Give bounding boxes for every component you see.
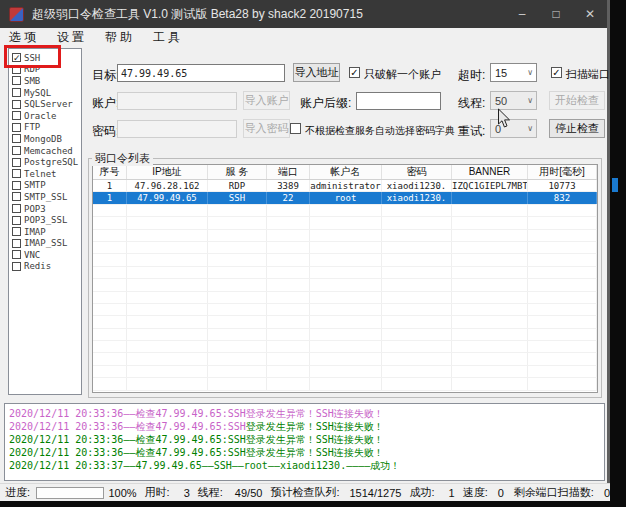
table-cell (127, 217, 208, 228)
column-header-1[interactable]: IP地址 (127, 165, 208, 179)
close-icon[interactable]: ✕ (573, 0, 607, 28)
table-empty-row[interactable] (93, 329, 597, 341)
target-input[interactable] (117, 64, 285, 82)
minimize-icon[interactable]: – (505, 0, 539, 28)
import-address-button[interactable]: 导入地址 (293, 63, 340, 82)
column-header-6[interactable]: BANNER (452, 165, 528, 179)
table-empty-row[interactable] (93, 242, 597, 254)
service-item-postgresql[interactable]: PostgreSQL (9, 156, 81, 168)
scan-port-checkbox[interactable] (551, 67, 562, 78)
table-empty-row[interactable] (93, 316, 597, 328)
service-item-smb[interactable]: SMB (9, 75, 81, 87)
remaining-label: 剩余端口扫描数: (514, 485, 594, 500)
account-suffix-input[interactable] (356, 92, 441, 110)
service-checkbox[interactable] (12, 123, 21, 132)
service-label: VNC (24, 250, 40, 260)
speed-label: 速度: (463, 485, 488, 500)
log-output[interactable]: 2020/12/11 20:33:36——检查47.99.49.65:SSH登录… (4, 403, 605, 481)
table-row[interactable]: 147.96.28.162RDP3389administratorxiaodi1… (93, 180, 597, 192)
table-empty-row[interactable] (93, 304, 597, 316)
column-header-4[interactable]: 帐户名 (310, 165, 382, 179)
table-empty-row[interactable] (93, 378, 597, 390)
account-input[interactable] (117, 92, 237, 110)
table-empty-row[interactable] (93, 353, 597, 365)
service-item-vnc[interactable]: VNC (9, 249, 81, 261)
result-table[interactable]: 序号IP地址服 务端口帐户名密码BANNER用时[毫秒] 147.96.28.1… (92, 164, 598, 393)
column-header-3[interactable]: 端口 (267, 165, 310, 179)
table-cell (267, 279, 310, 290)
table-cell: root (310, 192, 382, 203)
table-cell (127, 230, 208, 241)
service-checkbox[interactable] (12, 158, 21, 167)
only-one-account-checkbox[interactable] (349, 67, 360, 78)
service-item-pop3[interactable]: POP3 (9, 203, 81, 215)
service-checkbox[interactable] (12, 169, 21, 178)
service-checkbox[interactable] (12, 262, 21, 271)
column-header-7[interactable]: 用时[毫秒] (528, 165, 597, 179)
service-checkbox[interactable] (12, 76, 21, 85)
menu-item-2[interactable]: 帮助 (96, 27, 144, 48)
stop-check-button[interactable]: 停止检查 (549, 119, 605, 138)
service-item-imap[interactable]: IMAP (9, 226, 81, 238)
service-item-redis[interactable]: Redis (9, 261, 81, 273)
table-cell (310, 279, 382, 290)
menu-item-3[interactable]: 工具 (144, 27, 192, 48)
service-item-mongodb[interactable]: MongoDB (9, 133, 81, 145)
service-item-imap_ssl[interactable]: IMAP_SSL (9, 238, 81, 250)
service-checkbox[interactable] (12, 216, 21, 225)
column-header-5[interactable]: 密码 (382, 165, 452, 179)
mouse-cursor (497, 108, 512, 129)
service-item-smtp[interactable]: SMTP (9, 180, 81, 192)
service-checkbox[interactable] (12, 204, 21, 213)
service-checkbox[interactable] (12, 239, 21, 248)
table-row[interactable]: 147.99.49.65SSH22rootxiaodi1230.832 (93, 192, 597, 204)
service-list[interactable]: SSHRDPSMBMySQLSQLServerOracleFTPMongoDBM… (8, 48, 82, 395)
table-empty-row[interactable] (93, 267, 597, 279)
success-value: 1 (449, 487, 455, 499)
service-checkbox[interactable] (12, 227, 21, 236)
table-empty-row[interactable] (93, 292, 597, 304)
import-password-button[interactable]: 导入密码 (243, 119, 290, 138)
service-item-ftp[interactable]: FTP (9, 122, 81, 134)
service-checkbox[interactable] (12, 250, 21, 259)
service-item-memcached[interactable]: Memcached (9, 145, 81, 157)
start-check-button[interactable]: 开始检查 (549, 91, 605, 110)
column-header-0[interactable]: 序号 (93, 165, 127, 179)
service-checkbox[interactable] (12, 111, 21, 120)
table-cell: 3389 (267, 180, 310, 191)
table-empty-row[interactable] (93, 341, 597, 353)
service-item-pop3_ssl[interactable]: POP3_SSL (9, 214, 81, 226)
table-cell (382, 353, 452, 364)
service-checkbox[interactable] (12, 100, 21, 109)
service-checkbox[interactable] (12, 181, 21, 190)
service-checkbox[interactable] (12, 88, 21, 97)
password-input[interactable] (117, 120, 237, 138)
table-empty-row[interactable] (93, 205, 597, 217)
service-item-telnet[interactable]: Telnet (9, 168, 81, 180)
table-empty-row[interactable] (93, 279, 597, 291)
table-cell (452, 304, 528, 315)
service-item-smtp_ssl[interactable]: SMTP_SSL (9, 191, 81, 203)
table-empty-row[interactable] (93, 254, 597, 266)
service-checkbox[interactable] (12, 146, 21, 155)
table-cell (528, 267, 597, 278)
log-segment: 2020/12/11 20:33:36——检查47.99.49.65:SSH登录… (9, 434, 384, 445)
table-cell (310, 217, 382, 228)
maximize-icon[interactable]: □ (539, 0, 573, 28)
service-item-oracle[interactable]: Oracle (9, 110, 81, 122)
service-item-mysql[interactable]: MySQL (9, 87, 81, 99)
table-cell (310, 242, 382, 253)
table-cell (382, 304, 452, 315)
column-header-2[interactable]: 服 务 (208, 165, 267, 179)
table-empty-row[interactable] (93, 366, 597, 378)
service-checkbox[interactable] (12, 134, 21, 143)
service-item-sqlserver[interactable]: SQLServer (9, 98, 81, 110)
timeout-select[interactable]: 15 ∨ (490, 63, 537, 82)
table-empty-row[interactable] (93, 230, 597, 242)
import-account-button[interactable]: 导入账户 (243, 91, 290, 110)
service-checkbox[interactable] (12, 192, 21, 201)
no-auto-dict-checkbox[interactable] (290, 123, 301, 134)
table-cell (452, 316, 528, 327)
table-empty-row[interactable] (93, 217, 597, 229)
title-bar: 超级弱口令检查工具 V1.0 测试版 Beta28 by shack2 2019… (0, 0, 607, 28)
